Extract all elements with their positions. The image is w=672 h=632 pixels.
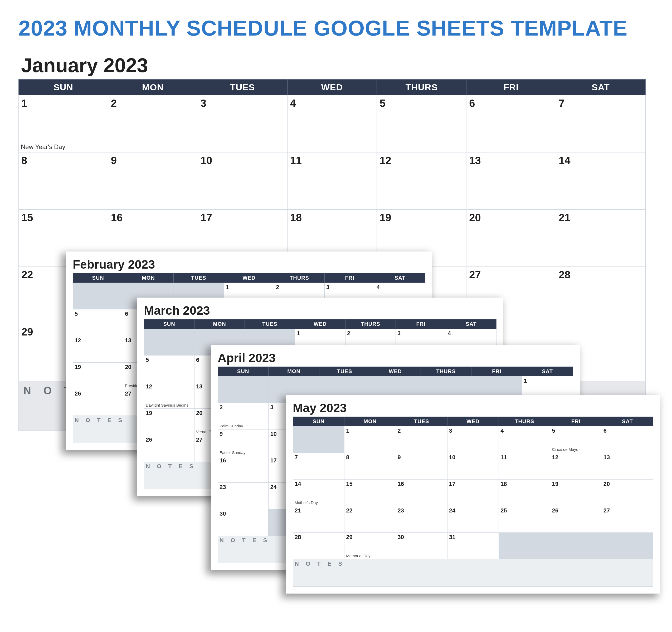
calendar-cell: 9 — [108, 152, 198, 210]
calendar-cell: 1 — [344, 426, 396, 453]
calendar-cell: 24 — [447, 506, 499, 533]
day-header: TUES — [396, 417, 447, 426]
calendar-cell: 7 — [556, 95, 646, 152]
calendar-cell: 16 — [218, 456, 268, 483]
day-header: MON — [108, 79, 198, 95]
calendar-cell: 26 — [73, 389, 123, 416]
may-title: May 2023 — [293, 401, 653, 415]
calendar-cell: 2Palm Sunday — [218, 403, 268, 430]
day-header: SUN — [19, 79, 108, 95]
day-header: SAT — [602, 417, 653, 426]
calendar-cell — [144, 329, 194, 355]
calendar-cell: 8 — [344, 453, 396, 480]
calendar-cell: 17 — [447, 480, 499, 506]
calendar-cell: 14 — [556, 152, 646, 210]
calendar-cell: 9Easter Sunday — [218, 430, 268, 456]
day-header: SAT — [375, 273, 425, 283]
calendar-cell — [499, 533, 550, 559]
calendar-cell: 20 — [466, 210, 556, 267]
day-header: FRI — [472, 367, 522, 376]
calendar-cell: 20 — [602, 480, 653, 506]
calendar-cell: 13 — [466, 152, 556, 210]
day-header: FRI — [466, 79, 556, 95]
calendar-cell: 22 — [344, 506, 396, 533]
calendar-cell — [293, 426, 344, 453]
day-header: SUN — [144, 320, 194, 329]
notes-section: N O T E S — [293, 559, 653, 587]
april-title: April 2023 — [218, 351, 573, 365]
calendar-cell: 5 — [377, 95, 466, 152]
calendar-cell: 28 — [293, 533, 344, 559]
calendar-cell: 21 — [293, 506, 344, 533]
calendar-cell — [602, 533, 653, 559]
calendar-cell: 12 — [73, 336, 123, 362]
day-header: SUN — [218, 367, 268, 376]
day-header: WED — [287, 79, 377, 95]
day-header: TUES — [245, 320, 295, 329]
march-title: March 2023 — [144, 303, 497, 318]
day-header: THURS — [377, 79, 466, 95]
calendar-cell: 19 — [550, 480, 602, 506]
calendar-cell: 5 — [73, 309, 123, 336]
calendar-cell: 11 — [499, 453, 550, 480]
calendar-cell: 7 — [293, 453, 344, 480]
calendar-cell: 5Cinco de Mayo — [550, 426, 602, 453]
calendar-cell: 8 — [19, 152, 108, 210]
calendar-cell: 30 — [218, 509, 268, 536]
day-header: MON — [194, 320, 245, 329]
calendar-cell: 4 — [287, 95, 377, 152]
day-header: SAT — [446, 320, 497, 329]
day-header: MON — [344, 417, 396, 426]
calendar-cell: 12Daylight Savings Begins — [144, 382, 194, 409]
calendar-cell: 27 — [602, 506, 653, 533]
calendar-cell — [550, 533, 602, 559]
calendar-cell — [73, 283, 123, 309]
may-calendar: SUNMONTUESWEDTHURSFRISAT12345Cinco de Ma… — [293, 416, 653, 587]
calendar-cell: 12 — [550, 453, 602, 480]
calendar-cell: 19 — [144, 409, 194, 435]
calendar-cell: 31 — [447, 533, 499, 559]
calendar-cell: 26 — [144, 435, 194, 462]
calendar-cell: 30 — [396, 533, 447, 559]
calendar-cell: 5 — [144, 355, 194, 382]
calendar-cell: 10 — [198, 152, 287, 210]
calendar-cell: 19 — [73, 362, 123, 389]
calendar-cell: 1New Year's Day — [19, 95, 108, 152]
calendar-cell: 3 — [198, 95, 287, 152]
calendar-cell: 23 — [218, 483, 268, 509]
calendar-cell: 9 — [396, 453, 447, 480]
calendar-cell: 4 — [499, 426, 550, 453]
calendar-cell: 3 — [447, 426, 499, 453]
day-header: TUES — [319, 367, 370, 376]
day-header: FRI — [396, 320, 446, 329]
day-header: WED — [370, 367, 421, 376]
calendar-cell: 29Memorial Day — [344, 533, 396, 559]
calendar-cell: 15 — [344, 480, 396, 506]
calendar-cell: 12 — [377, 152, 466, 210]
calendar-cell: 25 — [499, 506, 550, 533]
day-header: SAT — [556, 79, 646, 95]
day-header: WED — [447, 417, 499, 426]
calendar-cell: 23 — [396, 506, 447, 533]
calendar-cell: 16 — [396, 480, 447, 506]
day-header: TUES — [198, 79, 287, 95]
calendar-cell: 6 — [602, 426, 653, 453]
calendar-cell: 6 — [466, 95, 556, 152]
calendar-cell: 28 — [556, 267, 646, 324]
january-title: January 2023 — [21, 54, 653, 77]
page-title: 2023 MONTHLY SCHEDULE GOOGLE SHEETS TEMP… — [19, 16, 653, 41]
calendar-cell: 21 — [556, 210, 646, 267]
day-header: WED — [224, 273, 274, 283]
day-header: MON — [123, 273, 174, 283]
day-header: WED — [295, 320, 345, 329]
day-header: THURS — [499, 417, 550, 426]
day-header: THURS — [274, 273, 325, 283]
calendar-cell: 14Mother's Day — [293, 480, 344, 506]
day-header: TUES — [174, 273, 224, 283]
day-header: SUN — [293, 417, 344, 426]
day-header: FRI — [325, 273, 375, 283]
calendar-cell: 2 — [396, 426, 447, 453]
day-header: THURS — [345, 320, 396, 329]
day-header: SUN — [73, 273, 123, 283]
calendar-cell — [218, 376, 268, 403]
